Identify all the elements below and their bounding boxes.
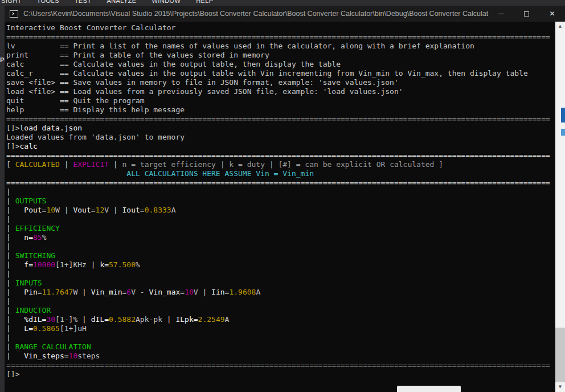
console-text: V: [131, 288, 136, 296]
console-text: RANGE CALCULATION: [15, 342, 91, 351]
console-text: |: [87, 260, 100, 269]
console-line: load <file> == Load values from a previo…: [6, 87, 555, 96]
console-output[interactable]: Interactive Boost Converter Calculator==…: [5, 22, 555, 392]
console-line: Loaded values from 'data.json' to memory: [6, 133, 555, 142]
console-text: |: [6, 315, 24, 324]
console-text: L=: [24, 324, 33, 333]
console-text: |: [6, 279, 15, 287]
console-text: calc == Calculate values in the output t…: [6, 60, 341, 68]
console-text: |: [198, 288, 211, 296]
console-line: calc == Calculate values in the output t…: [6, 60, 555, 69]
separator-text: ========================================…: [6, 32, 550, 41]
console-text: A: [256, 288, 260, 296]
console-text: OUTPUTS: [15, 197, 47, 205]
console-line: lv == Print a list of the names of value…: [6, 42, 555, 51]
console-text: |: [6, 197, 15, 205]
console-text: |: [6, 187, 11, 196]
console-separator: ========================================…: [6, 361, 555, 370]
console-text: |: [6, 233, 24, 242]
console-icon: [10, 10, 18, 18]
console-text: 10: [185, 288, 194, 296]
console-text: 10000: [33, 260, 55, 269]
menu-item-analyze[interactable]: ANALYZE: [107, 0, 136, 4]
console-text: load data.json: [19, 124, 82, 132]
console-line: ALL CALCULATIONS HERE ASSUME Vin = Vin_m…: [6, 169, 555, 178]
console-text: |: [60, 206, 73, 214]
console-text: |: [77, 315, 91, 324]
blue-fragment-bottom: [561, 129, 565, 136]
console-text: |: [109, 206, 122, 214]
console-text: V: [104, 206, 109, 214]
console-text: help == Display this help message: [6, 105, 185, 114]
scrollbar-up-icon[interactable]: ▲: [555, 22, 565, 31]
separator-text: ========================================…: [6, 178, 550, 187]
console-text: Iout=: [122, 206, 145, 214]
console-text: |: [6, 215, 11, 223]
console-text: CALCULATED: [15, 160, 60, 169]
console-text: 10: [46, 206, 55, 214]
console-text: k=: [100, 260, 109, 269]
console-line: quit == Quit the program: [6, 96, 555, 105]
console-text: |: [6, 224, 15, 232]
console-text: 11.7647: [42, 288, 73, 296]
console-line: |: [6, 215, 555, 224]
console-text: %dIL=: [24, 315, 46, 324]
menu-item-test[interactable]: TEST: [75, 0, 92, 4]
maximize-button[interactable]: [514, 6, 539, 22]
vertical-scrollbar[interactable]: ▲ ▼: [555, 22, 565, 392]
console-text: %: [136, 260, 140, 269]
console-text: |: [6, 306, 15, 315]
menu-item-sight[interactable]: SIGHT: [1, 0, 22, 4]
console-line: |: [6, 297, 555, 306]
console-separator: ========================================…: [6, 115, 555, 124]
console-text: |: [6, 270, 11, 278]
console-text: 6: [126, 288, 131, 296]
console-line: |: [6, 187, 555, 197]
console-line: | OUTPUTS: [6, 197, 555, 206]
window-title: C:\Users\Kevin\Documents\Visual Studio 2…: [23, 10, 488, 18]
scrollbar-thumb[interactable]: [555, 328, 565, 382]
console-text: quit == Quit the program: [6, 96, 145, 105]
console-line: []>: [6, 370, 555, 379]
close-button[interactable]: ✕: [539, 6, 565, 22]
console-line: |: [6, 242, 555, 251]
console-text: calc_r == Calculate values in the output…: [6, 69, 528, 77]
console-text: save <file> == Save values in memory to …: [6, 78, 399, 87]
console-line: | Pout=10W | Vout=12V | Iout=0.8333A: [6, 206, 555, 215]
console-line: | INDUCTOR: [6, 306, 555, 315]
separator-text: ========================================…: [6, 151, 550, 160]
scrollbar-down-icon[interactable]: ▼: [555, 382, 565, 392]
console-text: Apk-pk: [136, 315, 162, 324]
console-text: 85: [33, 233, 42, 242]
minimize-button[interactable]: [488, 6, 514, 22]
titlebar[interactable]: C:\Users\Kevin\Documents\Visual Studio 2…: [5, 6, 565, 22]
console-separator: ========================================…: [6, 32, 555, 42]
console-text: |: [6, 352, 24, 360]
console-text: 57.500: [109, 260, 136, 269]
bottom-white-fragment: [397, 386, 461, 392]
console-text: 1.9608: [229, 288, 256, 296]
blue-fragment-top: [561, 108, 565, 122]
console-line: Interactive Boost Converter Calculator: [6, 23, 555, 32]
console-line: | INPUTS: [6, 279, 555, 288]
menu-item-help[interactable]: HELP: [196, 0, 213, 4]
console-text: EXPLICIT: [73, 160, 109, 169]
console-text: n=: [24, 233, 33, 242]
console-text: Pout=: [24, 206, 46, 214]
console-line: | %dIL=30[1-]% | dIL=0.5882Apk-pk | ILpk…: [6, 315, 555, 324]
console-text: |: [77, 288, 91, 296]
maximize-icon: [524, 11, 529, 17]
console-text: [1+]KHz: [55, 260, 87, 269]
console-line: | n=85%: [6, 233, 555, 242]
console-text: |: [60, 160, 73, 169]
console-text: |: [109, 160, 122, 169]
console-text: 0.5882: [109, 315, 136, 324]
console-line: | L=0.5865[1+]uH: [6, 324, 555, 333]
menu-item-window[interactable]: WINDOW: [152, 0, 181, 4]
console-text: SWITCHING: [15, 251, 55, 260]
console-line: |: [6, 333, 555, 342]
console-text: print == Print a table of the values sto…: [6, 51, 269, 59]
menu-item-tools[interactable]: TOOLS: [37, 0, 59, 4]
console-text: |: [6, 324, 24, 333]
console-text: |: [6, 342, 15, 351]
